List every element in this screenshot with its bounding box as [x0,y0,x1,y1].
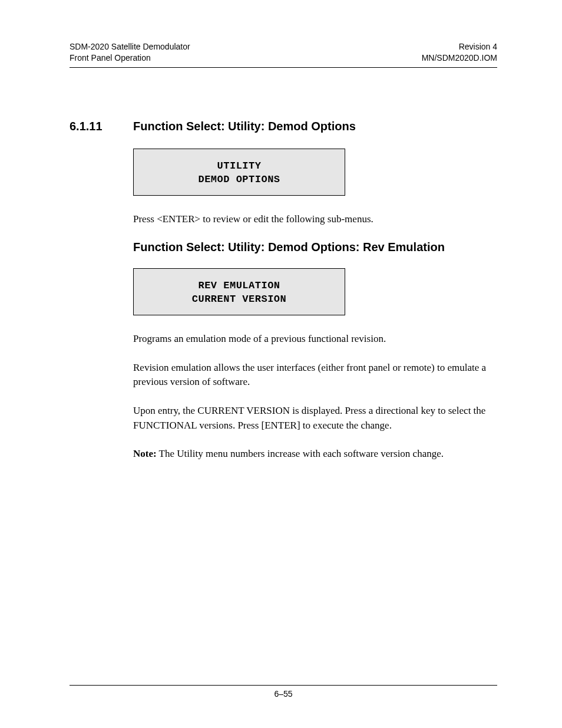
lcd-line: DEMOD OPTIONS [140,173,339,187]
section-body: UTILITY DEMOD OPTIONS Press <ENTER> to r… [133,149,497,462]
header-row: SDM-2020 Satellite Demodulator Front Pan… [70,41,497,64]
header-left-line2: Front Panel Operation [70,52,190,64]
page-content: 6.1.11 Function Select: Utility: Demod O… [70,68,497,685]
note-label: Note: [133,448,157,459]
header-right-line1: Revision 4 [422,41,497,52]
lcd-display-utility: UTILITY DEMOD OPTIONS [133,149,345,196]
lcd-line: CURRENT VERSION [140,293,339,307]
section-heading-row: 6.1.11 Function Select: Utility: Demod O… [70,120,497,133]
lcd-line: REV EMULATION [140,279,339,293]
section-title: Function Select: Utility: Demod Options [133,120,356,133]
page-number: 6–55 [70,686,497,699]
header-right-line2: MN/SDM2020D.IOM [422,52,497,64]
note-paragraph: Note: The Utility menu numbers increase … [133,447,497,462]
subsection-title: Function Select: Utility: Demod Options:… [133,241,497,254]
lcd-line: UTILITY [140,160,339,173]
lcd-display-rev-emulation: REV EMULATION CURRENT VERSION [133,268,345,315]
header-left: SDM-2020 Satellite Demodulator Front Pan… [70,41,190,64]
section-number: 6.1.11 [70,120,133,133]
header-left-line1: SDM-2020 Satellite Demodulator [70,41,190,52]
page: SDM-2020 Satellite Demodulator Front Pan… [0,0,562,728]
note-text: The Utility menu numbers increase with e… [157,448,444,459]
page-footer: 6–55 [70,685,497,699]
header-right: Revision 4 MN/SDM2020D.IOM [422,41,497,64]
page-header: SDM-2020 Satellite Demodulator Front Pan… [70,41,497,68]
paragraph: Programs an emulation mode of a previous… [133,332,497,347]
paragraph: Revision emulation allows the user inter… [133,361,497,390]
paragraph: Upon entry, the CURRENT VERSION is displ… [133,404,497,433]
paragraph: Press <ENTER> to review or edit the foll… [133,212,497,227]
